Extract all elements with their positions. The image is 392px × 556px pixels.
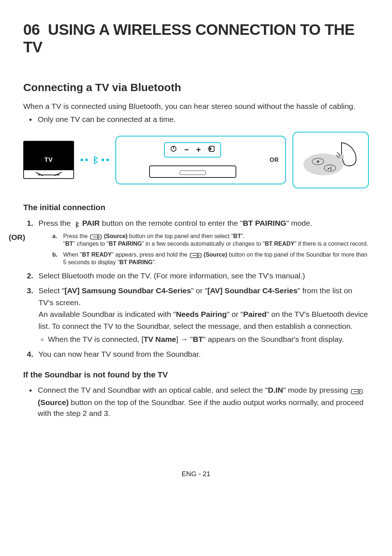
not-found-heading: If the Soundbar is not found by the TV [23,370,369,380]
section-title: Connecting a TV via Bluetooth [23,81,369,94]
svg-point-9 [338,154,344,159]
source-icon [208,145,215,154]
finger-press-icon: ✱ ▸‖ [302,139,360,181]
bluetooth-icon [73,218,80,230]
not-found-bullet: Connect the TV and Soundbar with an opti… [36,385,369,419]
intro-paragraph: When a TV is connected using Bluetooth, … [23,101,369,112]
source-icon [350,386,363,397]
soundbar-button-strip: − + [164,142,221,158]
svg-text:✱: ✱ [317,160,319,164]
tv-label: TV [44,156,53,164]
soundbar-top-panel: − + OR [115,136,286,184]
svg-text:▸‖: ▸‖ [328,166,332,171]
power-icon [170,145,177,154]
step-2: Select Bluetooth mode on the TV. (For mo… [23,270,369,282]
step-3: Select "[AV] Samsung Soundbar C4-Series"… [23,285,369,346]
svg-point-4 [303,154,343,175]
chapter-text: USING A WIRELESS CONNECTION TO THE TV [23,21,355,56]
chapter-title: 06 USING A WIRELESS CONNECTION TO THE TV [23,21,369,56]
bluetooth-diagram: TV − + OR [23,132,369,188]
or-prefix: (OR) [9,233,25,242]
vol-up-icon: + [196,145,201,155]
steps-list: Press the PAIR button on the remote cont… [23,217,369,230]
step-a: Press the (Source) button on the top pan… [52,233,369,247]
touch-button-panel: ✱ ▸‖ [293,132,369,188]
step-4: You can now hear TV sound from the Sound… [23,348,369,360]
step-3-bullet: When the TV is connected, [TV Name] → "B… [48,334,369,346]
step-b: When "BT READY" appears, press and hold … [52,252,369,266]
step-1: Press the PAIR button on the remote cont… [23,217,369,230]
manual-page: 06 USING A WIRELESS CONNECTION TO THE TV… [0,0,392,492]
or-alternative: (OR) Press the (Source) button on the to… [23,233,369,266]
bluetooth-signal-icon [81,155,109,165]
page-footer: ENG - 21 [23,470,369,478]
tv-illustration: TV [23,141,74,179]
chapter-number: 06 [23,21,40,38]
source-icon [189,253,202,259]
vol-down-icon: − [184,145,189,155]
initial-connection-heading: The initial connection [23,203,369,212]
source-icon [89,234,102,241]
or-label: OR [270,157,279,163]
soundbar-outline [149,165,236,178]
single-tv-note: Only one TV can be connected at a time. [36,114,369,125]
